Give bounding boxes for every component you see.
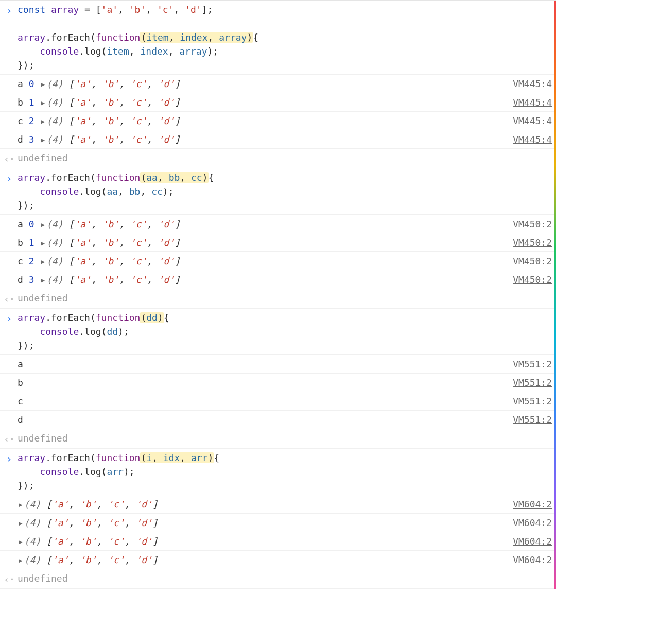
source-link[interactable]: VM445:4: [507, 77, 552, 91]
expand-icon[interactable]: ▶: [41, 135, 45, 145]
log-output: a: [15, 357, 507, 371]
console-log-row[interactable]: a 0 ▶(4) ['a', 'b', 'c', 'd'] VM445:4: [0, 75, 556, 93]
log-gutter: [3, 497, 15, 498]
code-input: array.forEach(function(aa, bb, cc){ cons…: [15, 171, 552, 212]
log-output: b 1 ▶(4) ['a', 'b', 'c', 'd']: [15, 95, 507, 109]
log-output: b: [15, 376, 507, 389]
source-link[interactable]: VM604:2: [507, 497, 552, 511]
input-marker-icon: ›: [3, 171, 15, 185]
log-output: d 3 ▶(4) ['a', 'b', 'c', 'd']: [15, 132, 507, 146]
log-gutter: [3, 217, 15, 218]
log-gutter: [3, 553, 15, 554]
log-gutter: [3, 394, 15, 395]
log-gutter: [3, 77, 15, 78]
expand-icon[interactable]: ▶: [19, 556, 23, 566]
log-output: b 1 ▶(4) ['a', 'b', 'c', 'd']: [15, 235, 507, 249]
source-link[interactable]: VM604:2: [507, 516, 552, 530]
source-link[interactable]: VM445:4: [507, 114, 552, 128]
console-input-row[interactable]: › const array = ['a', 'b', 'c', 'd']; ar…: [0, 1, 556, 75]
console-log-row[interactable]: d VM551:2: [0, 411, 556, 429]
console-log-row[interactable]: ▶(4) ['a', 'b', 'c', 'd'] VM604:2: [0, 514, 556, 532]
source-link[interactable]: VM604:2: [507, 553, 552, 567]
log-output: d: [15, 413, 507, 427]
expand-icon[interactable]: ▶: [19, 500, 23, 510]
console-log-row[interactable]: d 3 ▶(4) ['a', 'b', 'c', 'd'] VM450:2: [0, 270, 556, 289]
console-input-row[interactable]: › array.forEach(function(i, idx, arr){ c…: [0, 449, 556, 495]
console-log-row[interactable]: b 1 ▶(4) ['a', 'b', 'c', 'd'] VM450:2: [0, 233, 556, 252]
console-log-row[interactable]: b 1 ▶(4) ['a', 'b', 'c', 'd'] VM445:4: [0, 93, 556, 112]
source-link[interactable]: VM450:2: [507, 217, 552, 231]
console-log-row[interactable]: b VM551:2: [0, 374, 556, 392]
console-return-row: ‹· undefined: [0, 289, 556, 309]
console-log-row[interactable]: d 3 ▶(4) ['a', 'b', 'c', 'd'] VM445:4: [0, 130, 556, 149]
source-link[interactable]: VM551:2: [507, 413, 552, 427]
log-output: c: [15, 394, 507, 408]
log-output: d 3 ▶(4) ['a', 'b', 'c', 'd']: [15, 273, 507, 286]
log-gutter: [3, 534, 15, 535]
console-log-row[interactable]: ▶(4) ['a', 'b', 'c', 'd'] VM604:2: [0, 551, 556, 569]
console-log-row[interactable]: c 2 ▶(4) ['a', 'b', 'c', 'd'] VM450:2: [0, 252, 556, 270]
log-gutter: [3, 516, 15, 517]
console-input-row[interactable]: › array.forEach(function(aa, bb, cc){ co…: [0, 168, 556, 215]
return-value: undefined: [15, 571, 552, 585]
return-marker-icon: ‹·: [3, 571, 15, 586]
source-link[interactable]: VM450:2: [507, 273, 552, 286]
source-link[interactable]: VM445:4: [507, 132, 552, 146]
return-value: undefined: [15, 291, 552, 305]
console-log-row[interactable]: ▶(4) ['a', 'b', 'c', 'd'] VM604:2: [0, 532, 556, 551]
log-output: c 2 ▶(4) ['a', 'b', 'c', 'd']: [15, 254, 507, 268]
log-output: ▶(4) ['a', 'b', 'c', 'd']: [15, 516, 507, 530]
expand-icon[interactable]: ▶: [41, 220, 45, 230]
input-marker-icon: ›: [3, 3, 15, 18]
source-link[interactable]: VM604:2: [507, 534, 552, 548]
expand-icon[interactable]: ▶: [41, 276, 45, 285]
log-output: ▶(4) ['a', 'b', 'c', 'd']: [15, 534, 507, 548]
console-log-row[interactable]: ▶(4) ['a', 'b', 'c', 'd'] VM604:2: [0, 495, 556, 514]
console-input-row[interactable]: › array.forEach(function(dd){ console.lo…: [0, 309, 556, 355]
code-input: array.forEach(function(i, idx, arr){ con…: [15, 451, 552, 493]
source-link[interactable]: VM551:2: [507, 357, 552, 371]
scrollbar-indicator[interactable]: [554, 1, 556, 589]
source-link[interactable]: VM445:4: [507, 95, 552, 109]
expand-icon[interactable]: ▶: [19, 519, 23, 529]
expand-icon[interactable]: ▶: [41, 239, 45, 248]
return-marker-icon: ‹·: [3, 431, 15, 446]
source-link[interactable]: VM551:2: [507, 376, 552, 389]
console-log-row[interactable]: c VM551:2: [0, 392, 556, 411]
source-link[interactable]: VM450:2: [507, 235, 552, 249]
log-gutter: [3, 254, 15, 255]
log-gutter: [3, 95, 15, 96]
log-gutter: [3, 273, 15, 274]
log-gutter: [3, 376, 15, 377]
log-output: ▶(4) ['a', 'b', 'c', 'd']: [15, 553, 507, 567]
devtools-console: › const array = ['a', 'b', 'c', 'd']; ar…: [0, 0, 556, 589]
source-link[interactable]: VM450:2: [507, 254, 552, 268]
log-gutter: [3, 235, 15, 236]
return-value: undefined: [15, 151, 552, 165]
expand-icon[interactable]: ▶: [41, 117, 45, 127]
console-log-row[interactable]: c 2 ▶(4) ['a', 'b', 'c', 'd'] VM445:4: [0, 112, 556, 130]
log-output: a 0 ▶(4) ['a', 'b', 'c', 'd']: [15, 217, 507, 231]
code-input: array.forEach(function(dd){ console.log(…: [15, 311, 552, 352]
log-gutter: [3, 357, 15, 358]
expand-icon[interactable]: ▶: [41, 257, 45, 267]
source-link[interactable]: VM551:2: [507, 394, 552, 408]
log-output: a 0 ▶(4) ['a', 'b', 'c', 'd']: [15, 77, 507, 91]
log-output: ▶(4) ['a', 'b', 'c', 'd']: [15, 497, 507, 511]
log-gutter: [3, 114, 15, 115]
console-log-row[interactable]: a 0 ▶(4) ['a', 'b', 'c', 'd'] VM450:2: [0, 215, 556, 233]
log-gutter: [3, 132, 15, 133]
expand-icon[interactable]: ▶: [19, 537, 23, 547]
return-marker-icon: ‹·: [3, 151, 15, 166]
console-return-row: ‹· undefined: [0, 149, 556, 168]
expand-icon[interactable]: ▶: [41, 80, 45, 90]
log-gutter: [3, 413, 15, 414]
console-log-row[interactable]: a VM551:2: [0, 355, 556, 374]
expand-icon[interactable]: ▶: [41, 98, 45, 108]
log-output: c 2 ▶(4) ['a', 'b', 'c', 'd']: [15, 114, 507, 128]
console-return-row: ‹· undefined: [0, 569, 556, 589]
input-marker-icon: ›: [3, 451, 15, 466]
input-marker-icon: ›: [3, 311, 15, 326]
console-return-row: ‹· undefined: [0, 429, 556, 449]
return-marker-icon: ‹·: [3, 291, 15, 306]
